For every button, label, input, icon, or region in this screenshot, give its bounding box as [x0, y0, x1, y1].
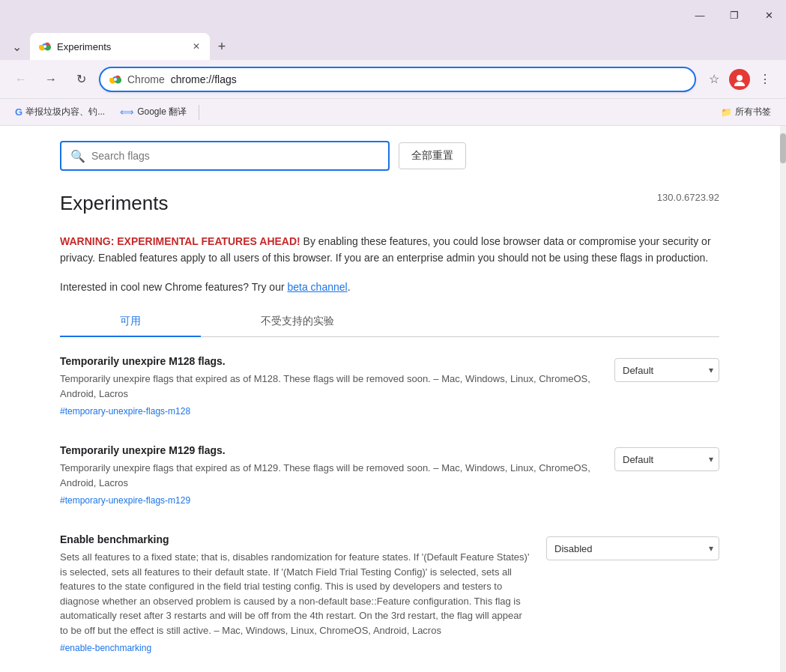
profile-avatar-icon — [733, 73, 746, 86]
minimize-button[interactable]: — — [683, 0, 717, 30]
titlebar-controls: — ❐ ✕ — [683, 0, 786, 30]
omnibox-brand: Chrome — [127, 73, 165, 85]
menu-button[interactable]: ⋮ — [753, 67, 777, 91]
search-input-wrapper[interactable]: 🔍 — [60, 141, 390, 171]
flag-name-2: Enable benchmarking — [60, 533, 531, 545]
flag-select-wrapper-2: Default Enabled Disabled (Default Featur… — [546, 536, 719, 560]
omnibox-favicon — [109, 73, 121, 85]
flag-description-0: Temporarily unexpire flags that expired … — [60, 372, 599, 401]
flag-select-0[interactable]: Default Enabled Disabled — [614, 358, 719, 382]
tab-close-button[interactable]: ✕ — [189, 39, 204, 54]
bookmark-item-report[interactable]: G 举报垃圾内容、钓... — [9, 103, 111, 121]
beta-channel-section: Interested in cool new Chrome features? … — [60, 279, 719, 295]
beta-channel-link[interactable]: beta channel — [287, 281, 347, 293]
flag-name-0: Temporarily unexpire M128 flags. — [60, 355, 599, 367]
bookmarksbar: G 举报垃圾内容、钓... ⟺ Google 翻译 📁 所有书签 — [0, 99, 786, 126]
flag-link-1[interactable]: #temporary-unexpire-flags-m129 — [60, 495, 190, 506]
chrome-logo-icon — [39, 40, 51, 52]
version-text: 130.0.6723.92 — [657, 192, 719, 203]
flag-link-0[interactable]: #temporary-unexpire-flags-m128 — [60, 406, 190, 417]
tabs-container: 可用 不受支持的实验 — [60, 307, 719, 337]
flag-info-2: Enable benchmarking Sets all features to… — [60, 533, 546, 654]
scrollbar[interactable] — [780, 126, 786, 672]
tab-unsupported[interactable]: 不受支持的实验 — [201, 307, 394, 337]
tab-available[interactable]: 可用 — [60, 307, 201, 337]
flag-link-2[interactable]: #enable-benchmarking — [60, 643, 151, 653]
bookmark-button[interactable]: ☆ — [702, 67, 726, 91]
flag-item-0: Temporarily unexpire M128 flags. Tempora… — [60, 355, 719, 423]
profile-icon[interactable] — [729, 69, 750, 90]
bookmark-translate-label: Google 翻译 — [137, 106, 187, 118]
active-tab[interactable]: Experiments ✕ — [30, 33, 210, 60]
search-bar-container: 🔍 全部重置 — [60, 141, 719, 171]
bookmark-folder-icon: 📁 — [721, 107, 732, 118]
flag-control-2: Default Enabled Disabled (Default Featur… — [546, 536, 719, 560]
flag-select-wrapper-0: Default Enabled Disabled — [614, 358, 719, 382]
svg-point-5 — [734, 82, 745, 86]
page: 🔍 全部重置 Experiments 130.0.6723.92 WARNING… — [0, 126, 786, 672]
back-button[interactable]: ← — [9, 67, 33, 91]
flag-item-2: Enable benchmarking Sets all features to… — [60, 533, 719, 660]
new-tab-button[interactable]: + — [211, 36, 232, 57]
warning-highlight: WARNING: EXPERIMENTAL FEATURES AHEAD! — [60, 235, 300, 247]
tab-favicon — [39, 40, 51, 52]
scrollbar-thumb[interactable] — [780, 133, 786, 163]
restore-button[interactable]: ❐ — [717, 0, 752, 30]
omnibox-url: chrome://flags — [171, 73, 686, 85]
svg-point-3 — [114, 78, 117, 81]
reset-all-button[interactable]: 全部重置 — [399, 142, 466, 169]
flag-name-1: Temporarily unexpire M129 flags. — [60, 444, 599, 456]
reload-button[interactable]: ↻ — [69, 67, 93, 91]
flag-description-1: Temporarily unexpire flags that expired … — [60, 461, 599, 490]
tab-list-button[interactable]: ⌄ — [6, 36, 27, 57]
flag-info-1: Temporarily unexpire M129 flags. Tempora… — [60, 444, 614, 506]
flag-control-0: Default Enabled Disabled — [614, 358, 719, 382]
bookmark-item-translate[interactable]: ⟺ Google 翻译 — [114, 103, 193, 121]
omnibox[interactable]: Chrome chrome://flags — [99, 67, 696, 92]
bookmark-translate-icon: ⟺ — [120, 106, 134, 118]
flag-select-1[interactable]: Default Enabled Disabled — [614, 447, 719, 471]
bookmark-g-icon: G — [15, 106, 22, 118]
addressbar-actions: ☆ ⋮ — [702, 67, 777, 91]
close-button[interactable]: ✕ — [752, 0, 786, 30]
flag-info-0: Temporarily unexpire M128 flags. Tempora… — [60, 355, 614, 417]
interest-text: Interested in cool new Chrome features? … — [60, 281, 287, 293]
svg-point-4 — [737, 75, 743, 81]
page-content: 🔍 全部重置 Experiments 130.0.6723.92 WARNING… — [0, 126, 779, 672]
omnibox-chrome-icon — [109, 73, 121, 85]
bookmark-report-label: 举报垃圾内容、钓... — [25, 106, 105, 118]
flag-control-1: Default Enabled Disabled — [614, 447, 719, 471]
bookmark-folder-label: 所有书签 — [735, 106, 771, 118]
page-title: Experiments — [60, 192, 169, 215]
bookmark-separator — [199, 105, 199, 120]
flag-item-1: Temporarily unexpire M129 flags. Tempora… — [60, 444, 719, 512]
flag-description-2: Sets all features to a fixed state; that… — [60, 550, 531, 638]
flag-select-2[interactable]: Default Enabled Disabled (Default Featur… — [546, 536, 719, 560]
forward-button[interactable]: → — [39, 67, 63, 91]
search-icon: 🔍 — [70, 149, 85, 163]
interest-suffix: . — [348, 281, 351, 293]
tabbar: ⌄ Experiments ✕ + — [0, 30, 786, 60]
search-input[interactable] — [91, 150, 379, 162]
titlebar: — ❐ ✕ — [0, 0, 786, 30]
svg-point-1 — [43, 45, 46, 48]
flag-select-wrapper-1: Default Enabled Disabled — [614, 447, 719, 471]
warning-section: WARNING: EXPERIMENTAL FEATURES AHEAD! By… — [60, 233, 719, 267]
tab-title: Experiments — [57, 41, 186, 52]
bookmark-all-folder[interactable]: 📁 所有书签 — [715, 103, 777, 121]
addressbar: ← → ↻ Chrome chrome://flags ☆ ⋮ — [0, 60, 786, 99]
